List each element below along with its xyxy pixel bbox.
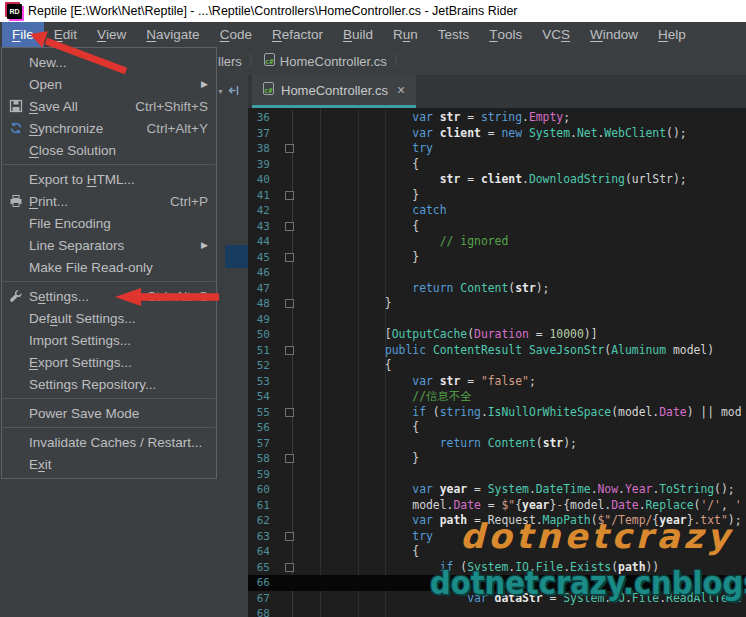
menubar-window[interactable]: Window — [580, 22, 648, 47]
menubar-file[interactable]: File — [2, 22, 44, 47]
code-line-36[interactable]: 36 var str = string.Empty; — [248, 110, 746, 126]
code-line-55[interactable]: 55 if (string.IsNullOrWhiteSpace(model.D… — [248, 405, 746, 421]
menubar-view[interactable]: View — [87, 22, 136, 47]
code-line-60[interactable]: 60 var year = System.DateTime.Now.Year.T… — [248, 482, 746, 498]
code-line-59[interactable]: 59 — [248, 467, 746, 483]
code-text: { — [320, 420, 746, 436]
menu-item-new[interactable]: New... — [2, 51, 216, 73]
menubar-help[interactable]: Help — [648, 22, 696, 47]
code-line-54[interactable]: 54 //信息不全 — [248, 389, 746, 405]
fold-marker-icon[interactable] — [285, 408, 294, 417]
menu-item-make-file-read-only[interactable]: Make File Read-only — [2, 256, 216, 278]
code-line-64[interactable]: 64 { — [248, 544, 746, 560]
fold-marker-icon[interactable] — [285, 191, 294, 200]
code-text: catch — [320, 203, 746, 219]
fold-marker-icon[interactable] — [285, 253, 294, 262]
code-line-49[interactable]: 49 — [248, 312, 746, 328]
menu-item-label: Print... — [29, 194, 68, 209]
menu-item-default-settings[interactable]: Default Settings... — [2, 307, 216, 329]
line-number: 67 — [248, 591, 278, 607]
close-icon[interactable]: × — [397, 83, 405, 97]
gutter-pad — [300, 436, 320, 452]
menubar-vcs[interactable]: VCS — [532, 22, 580, 47]
code-line-66[interactable]: 66 { — [248, 575, 746, 591]
collapse-left-icon[interactable] — [227, 83, 240, 101]
menubar-run[interactable]: Run — [383, 22, 428, 47]
menu-item-close-solution[interactable]: Close Solution — [2, 139, 216, 161]
fold-marker-icon[interactable] — [285, 346, 294, 355]
code-line-42[interactable]: 42 catch — [248, 203, 746, 219]
fold-cell — [278, 606, 300, 617]
code-line-68[interactable]: 68 — [248, 606, 746, 617]
tab-homecontroller-cs[interactable]: c# HomeController.cs × — [252, 75, 416, 108]
code-line-58[interactable]: 58 } — [248, 451, 746, 467]
menu-item-line-separators[interactable]: Line Separators▶ — [2, 234, 216, 256]
code-line-43[interactable]: 43 { — [248, 219, 746, 235]
breadcrumb-item-homecontroller-cs[interactable]: c#HomeController.cs — [264, 53, 387, 69]
code-line-45[interactable]: 45 } — [248, 250, 746, 266]
breadcrumb-item-llers[interactable]: llers — [218, 54, 242, 69]
code-line-53[interactable]: 53 var str = "false"; — [248, 374, 746, 390]
code-line-52[interactable]: 52 { — [248, 358, 746, 374]
solution-explorer-selected-row[interactable] — [225, 245, 248, 268]
fold-marker-icon[interactable] — [285, 532, 294, 541]
menubar-edit[interactable]: Edit — [44, 22, 87, 47]
menubar-tests[interactable]: Tests — [428, 22, 480, 47]
menubar-build[interactable]: Build — [333, 22, 383, 47]
code-line-61[interactable]: 61 model.Date = $"{year}-{model.Date.Rep… — [248, 498, 746, 514]
menu-item-open[interactable]: Open▶ — [2, 73, 216, 95]
code-line-57[interactable]: 57 return Content(str); — [248, 436, 746, 452]
code-line-40[interactable]: 40 str = client.DownloadString(urlStr); — [248, 172, 746, 188]
code-line-37[interactable]: 37 var client = new System.Net.WebClient… — [248, 126, 746, 142]
fold-marker-icon[interactable] — [285, 144, 294, 153]
line-number: 61 — [248, 498, 278, 514]
menu-item-file-encoding[interactable]: File Encoding — [2, 212, 216, 234]
menubar-refactor[interactable]: Refactor — [262, 22, 333, 47]
code-line-41[interactable]: 41 } — [248, 188, 746, 204]
menu-item-synchronize[interactable]: SynchronizeCtrl+Alt+Y — [2, 117, 216, 139]
menu-item-power-save-mode[interactable]: Power Save Mode — [2, 402, 216, 424]
code-line-51[interactable]: 51 public ContentResult SaveJsonStr(Alum… — [248, 343, 746, 359]
code-editor[interactable]: 36 var str = string.Empty;37 var client … — [248, 108, 746, 617]
code-line-47[interactable]: 47 return Content(str); — [248, 281, 746, 297]
menu-item-invalidate-caches-restart[interactable]: Invalidate Caches / Restart... — [2, 431, 216, 453]
menubar-code[interactable]: Code — [210, 22, 262, 47]
code-line-50[interactable]: 50 [OutputCache(Duration = 10000)] — [248, 327, 746, 343]
code-line-48[interactable]: 48 } — [248, 296, 746, 312]
menu-item-save-all[interactable]: Save AllCtrl+Shift+S — [2, 95, 216, 117]
code-line-63[interactable]: 63 try — [248, 529, 746, 545]
menubar-tools[interactable]: Tools — [479, 22, 532, 47]
menu-item-settings[interactable]: Settings...Ctrl+Alt+S — [2, 285, 216, 307]
menu-separator — [3, 164, 215, 165]
fold-marker-icon[interactable] — [285, 299, 294, 308]
fold-marker-icon[interactable] — [285, 563, 294, 572]
code-line-44[interactable]: 44 // ignored — [248, 234, 746, 250]
menu-item-export-to-html[interactable]: Export to HTML... — [2, 168, 216, 190]
code-line-39[interactable]: 39 { — [248, 157, 746, 173]
fold-cell — [278, 172, 300, 188]
svg-text:c#: c# — [265, 58, 274, 66]
line-number: 39 — [248, 157, 278, 173]
code-line-46[interactable]: 46 — [248, 265, 746, 281]
fold-marker-icon[interactable] — [285, 454, 294, 463]
menu-item-export-settings[interactable]: Export Settings... — [2, 351, 216, 373]
menu-item-exit[interactable]: Exit — [2, 453, 216, 475]
gutter-pad — [300, 560, 320, 576]
line-number: 62 — [248, 513, 278, 529]
menu-item-import-settings[interactable]: Import Settings... — [2, 329, 216, 351]
menu-separator — [3, 398, 215, 399]
menu-item-label: Save All — [29, 99, 78, 114]
line-number: 63 — [248, 529, 278, 545]
code-line-38[interactable]: 38 try — [248, 141, 746, 157]
code-line-56[interactable]: 56 { — [248, 420, 746, 436]
code-text: return Content(str); — [320, 436, 746, 452]
chevron-down-icon[interactable]: ▼ — [217, 88, 224, 95]
menu-item-settings-repository[interactable]: Settings Repository... — [2, 373, 216, 395]
fold-marker-icon[interactable] — [285, 222, 294, 231]
code-line-65[interactable]: 65 if (System.IO.File.Exists(path)) — [248, 560, 746, 576]
code-line-67[interactable]: 67 var dataStr = System.IO.File.ReadAllT… — [248, 591, 746, 607]
menubar-navigate[interactable]: Navigate — [136, 22, 209, 47]
code-line-62[interactable]: 62 var path = Request.MapPath($"/Temp/{y… — [248, 513, 746, 529]
menu-item-print[interactable]: Print...Ctrl+P — [2, 190, 216, 212]
line-number: 57 — [248, 436, 278, 452]
